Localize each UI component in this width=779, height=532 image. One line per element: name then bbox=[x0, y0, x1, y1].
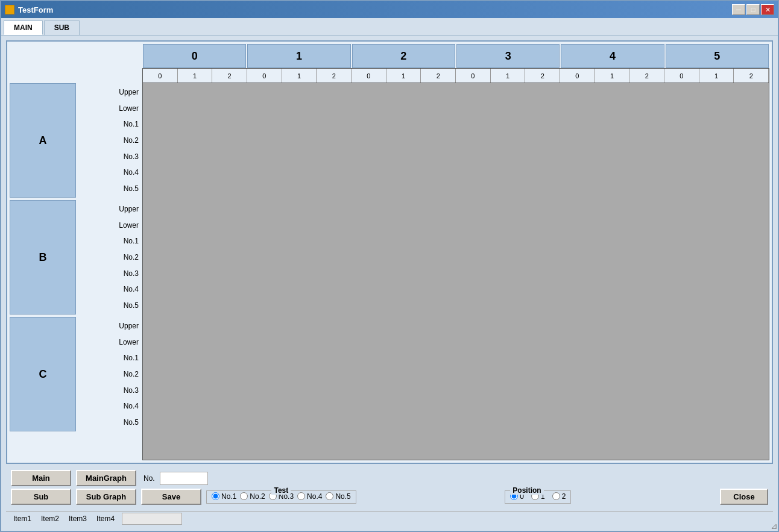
form-icon bbox=[5, 5, 14, 14]
status-input[interactable] bbox=[122, 513, 182, 525]
position-group: Position 0 1 2 bbox=[505, 490, 571, 504]
no-input[interactable] bbox=[160, 472, 208, 485]
grid-area: 0 1 2 3 4 5 0 1 2 0 1 2 0 1 bbox=[142, 44, 769, 460]
sub-col-1-2: 2 bbox=[317, 69, 352, 83]
test-no4-radio[interactable] bbox=[297, 492, 305, 500]
test-no1-label: No.1 bbox=[221, 492, 236, 501]
status-item2: Item2 bbox=[39, 514, 62, 524]
row-a-no2: No.2 bbox=[78, 133, 140, 148]
section-b-rows: Upper Lower No.1 No.2 No.3 No.4 No.5 bbox=[76, 200, 142, 315]
col-header-0: 0 bbox=[143, 44, 246, 68]
test-no5-option[interactable]: No.5 bbox=[326, 492, 350, 501]
sub-col-0-1: 1 bbox=[178, 69, 213, 83]
row-a-lower: Lower bbox=[78, 101, 140, 116]
position-2-radio[interactable] bbox=[552, 492, 560, 500]
position-2-label: 2 bbox=[562, 492, 566, 501]
row-b-no5: No.5 bbox=[78, 298, 140, 313]
close-window-button[interactable]: ✕ bbox=[761, 4, 774, 15]
col-header-5: 5 bbox=[666, 44, 769, 68]
row-c-no3: No.3 bbox=[78, 383, 140, 398]
col-header-2: 2 bbox=[352, 44, 455, 68]
row-c-no1: No.1 bbox=[78, 351, 140, 365]
test-no5-radio[interactable] bbox=[326, 492, 333, 500]
tab-sub[interactable]: SUB bbox=[44, 20, 80, 35]
sub-col-3-0: 0 bbox=[456, 69, 491, 83]
col-headers-top: 0 1 2 3 4 5 bbox=[142, 44, 769, 68]
col-header-3: 3 bbox=[456, 44, 560, 68]
sub-col-0-0: 0 bbox=[143, 69, 178, 83]
row-a-no4: No.4 bbox=[78, 165, 140, 180]
col-headers-sub: 0 1 2 0 1 2 0 1 2 0 1 2 0 1 2 0 1 bbox=[142, 68, 769, 83]
save-button[interactable]: Save bbox=[141, 489, 201, 505]
test-no4-option[interactable]: No.4 bbox=[297, 492, 322, 501]
main-content: A Upper Lower No.1 No.2 No.3 No.4 No.5 B bbox=[1, 36, 778, 531]
row-b-no4: No.4 bbox=[78, 282, 140, 296]
row-c-upper: Upper bbox=[78, 319, 140, 333]
data-grid bbox=[142, 83, 769, 460]
sub-col-5-2: 2 bbox=[734, 69, 769, 83]
sub-col-5-0: 0 bbox=[664, 69, 699, 83]
section-c-group: C Upper Lower No.1 No.2 No.3 No.4 No.5 bbox=[10, 317, 142, 431]
test-no2-option[interactable]: No.2 bbox=[240, 492, 265, 501]
main-graph-button[interactable]: MainGraph bbox=[76, 470, 136, 486]
row-b-lower: Lower bbox=[78, 218, 140, 233]
tab-main[interactable]: MAIN bbox=[4, 20, 43, 35]
section-c-label: C bbox=[10, 317, 76, 431]
test-no1-option[interactable]: No.1 bbox=[212, 492, 236, 501]
position-legend: Position bbox=[510, 486, 543, 495]
sub-col-5-1: 1 bbox=[699, 69, 734, 83]
main-window: TestForm ─ □ ✕ MAIN SUB A Upper bbox=[0, 0, 779, 532]
row-c-no5: No.5 bbox=[78, 415, 140, 430]
row-a-upper: Upper bbox=[78, 85, 140, 99]
row-a-no3: No.3 bbox=[78, 149, 140, 164]
close-button[interactable]: Close bbox=[720, 489, 768, 505]
row-b-no2: No.2 bbox=[78, 250, 140, 264]
test-no1-radio[interactable] bbox=[212, 492, 219, 500]
maximize-button[interactable]: □ bbox=[746, 4, 760, 15]
title-buttons: ─ □ ✕ bbox=[732, 4, 774, 15]
status-item4: Item4 bbox=[94, 514, 117, 524]
section-a-group: A Upper Lower No.1 No.2 No.3 No.4 No.5 bbox=[10, 83, 142, 198]
sub-col-1-0: 0 bbox=[247, 69, 282, 83]
test-legend: Test bbox=[271, 486, 291, 495]
section-b-group: B Upper Lower No.1 No.2 No.3 No.4 No.5 bbox=[10, 200, 142, 315]
section-b-label: B bbox=[10, 200, 76, 315]
title-bar-left: TestForm bbox=[5, 5, 53, 14]
status-item3: Item3 bbox=[66, 514, 89, 524]
bottom-row1: Main MainGraph No. bbox=[11, 470, 768, 486]
sub-col-1-1: 1 bbox=[282, 69, 317, 83]
section-a-label: A bbox=[10, 83, 76, 198]
section-c-rows: Upper Lower No.1 No.2 No.3 No.4 No.5 bbox=[76, 317, 142, 431]
sub-col-3-1: 1 bbox=[491, 69, 526, 83]
resize-handle[interactable]: ⊿ bbox=[771, 521, 778, 531]
row-b-no3: No.3 bbox=[78, 266, 140, 281]
test-no4-label: No.4 bbox=[307, 492, 322, 501]
sub-col-2-2: 2 bbox=[421, 69, 456, 83]
row-a-no1: No.1 bbox=[78, 117, 140, 131]
row-c-no4: No.4 bbox=[78, 399, 140, 413]
sub-graph-button[interactable]: Sub Graph bbox=[76, 489, 136, 505]
position-2-option[interactable]: 2 bbox=[552, 492, 566, 501]
no-label: No. bbox=[144, 474, 155, 483]
test-no2-label: No.2 bbox=[250, 492, 265, 501]
test-no5-label: No.5 bbox=[335, 492, 350, 501]
status-item1: Item1 bbox=[11, 514, 34, 524]
sub-col-2-1: 1 bbox=[386, 69, 421, 83]
bottom-bar: Main MainGraph No. Sub Sub Graph Save Te… bbox=[6, 468, 773, 507]
minimize-button[interactable]: ─ bbox=[732, 4, 745, 15]
sub-col-2-0: 0 bbox=[352, 69, 386, 83]
main-button[interactable]: Main bbox=[11, 470, 71, 486]
sub-col-4-0: 0 bbox=[560, 69, 595, 83]
section-a-rows: Upper Lower No.1 No.2 No.3 No.4 No.5 bbox=[76, 83, 142, 198]
status-bar: Item1 Item2 Item3 Item4 bbox=[6, 511, 773, 526]
col-header-4: 4 bbox=[561, 44, 664, 68]
title-bar: TestForm ─ □ ✕ bbox=[1, 1, 778, 18]
bottom-row2: Sub Sub Graph Save Test No.1 No.2 bbox=[11, 489, 768, 505]
row-c-no2: No.2 bbox=[78, 367, 140, 381]
row-b-upper: Upper bbox=[78, 202, 140, 216]
sub-button[interactable]: Sub bbox=[11, 489, 71, 505]
row-b-no1: No.1 bbox=[78, 234, 140, 248]
row-c-lower: Lower bbox=[78, 335, 140, 349]
sub-col-3-2: 2 bbox=[525, 69, 560, 83]
test-no2-radio[interactable] bbox=[240, 492, 248, 500]
